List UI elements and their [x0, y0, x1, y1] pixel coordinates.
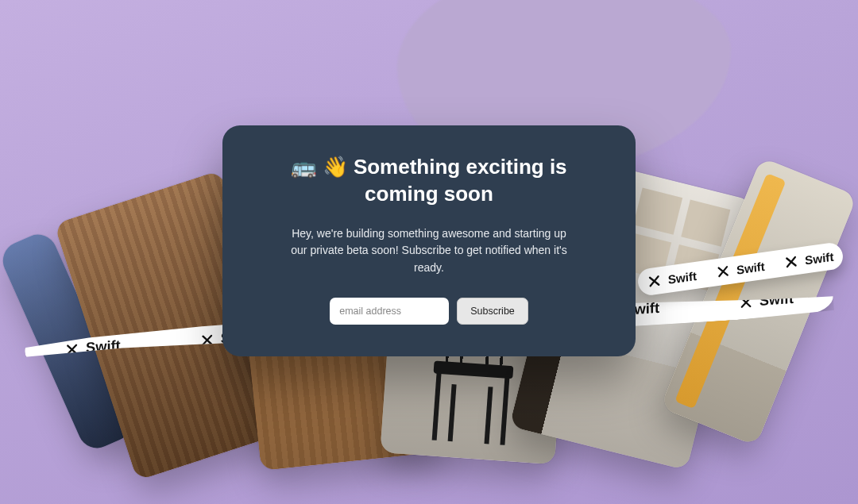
ribbon-label: Swift [736, 259, 766, 276]
subscribe-button[interactable]: Subscribe [457, 298, 528, 325]
subscribe-form: Subscribe [261, 298, 597, 325]
ribbon-item: Swift [716, 259, 766, 280]
x-icon [64, 341, 79, 356]
x-icon [783, 254, 798, 271]
hero-title-text: Something exciting is coming soon [354, 155, 567, 206]
hero-subtitle: Hey, we're building something awesome an… [286, 225, 572, 277]
ribbon-item: Swift [64, 337, 120, 358]
ribbon-label: Swift [804, 249, 833, 267]
ribbon-item: Swift [739, 290, 794, 310]
ribbon-label: Swift [759, 290, 793, 309]
x-icon [716, 264, 731, 280]
brand-ribbon-segment: Swift Swift Swift [636, 241, 844, 297]
hero-title: 🚌 👋 Something exciting is coming soon [261, 154, 597, 208]
subscribe-modal: 🚌 👋 Something exciting is coming soon He… [222, 125, 636, 356]
email-field[interactable] [330, 298, 449, 325]
hero-emoji: 🚌 👋 [291, 155, 347, 179]
x-icon [647, 273, 662, 290]
ribbon-label: Swift [668, 268, 698, 286]
ribbon-item: Swift [647, 268, 698, 290]
x-icon [199, 332, 214, 347]
x-icon [739, 294, 753, 309]
ribbon-item: Swift [783, 249, 834, 271]
ribbon-label: Swift [85, 337, 120, 356]
